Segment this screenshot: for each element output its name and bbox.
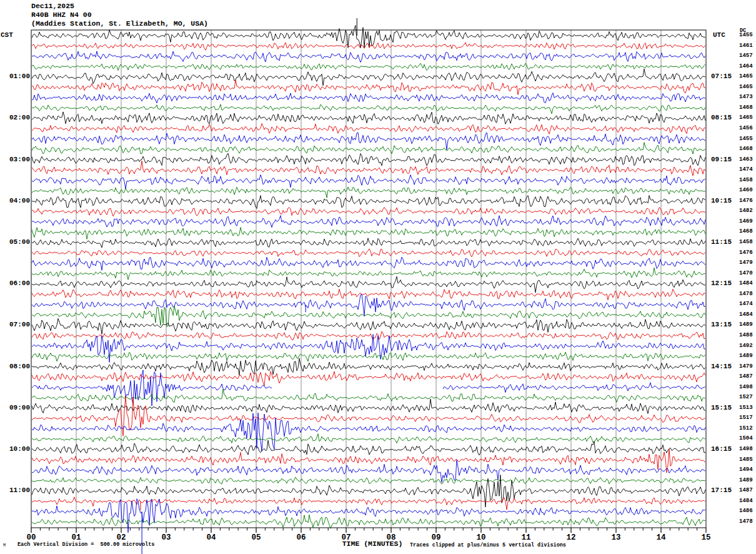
trace-row: [32, 268, 705, 280]
dc-offset-value: 1455: [739, 136, 756, 142]
dc-offset-value: 1465: [739, 114, 756, 121]
trace-row: [32, 104, 705, 114]
dc-offset-value: 1468: [739, 104, 756, 111]
cst-hour-label: 07:00: [1, 321, 30, 328]
dc-offset-value: 1458: [739, 239, 756, 245]
cst-hour-label: 08:00: [1, 363, 30, 370]
minute-tick-label: 02: [112, 533, 131, 542]
helicorder-screen: Dec11,2025 R40B HHZ N4 00 (Maddies Stati…: [0, 0, 756, 554]
dc-offset-value: 1484: [739, 498, 756, 504]
dc-offset-value: 1487: [739, 373, 756, 380]
dc-offset-value: 1504: [739, 435, 756, 441]
dc-offset-value: 1478: [739, 291, 756, 297]
minute-tick-label: 11: [517, 533, 535, 542]
dc-offset-value: 1470: [739, 270, 756, 276]
trace-row: [32, 276, 705, 293]
minute-tick-label: 15: [697, 533, 715, 542]
trace-row: [32, 80, 705, 95]
scale-note: Each Vertical Division = 500.00 microvol…: [17, 541, 154, 548]
trace-row: [32, 289, 705, 300]
utc-quarter-label: 16:15: [711, 445, 740, 453]
trace-row: [32, 331, 705, 340]
dc-offset-value: 1468: [739, 228, 756, 234]
trace-row: [32, 208, 705, 216]
trace-row: [32, 112, 705, 124]
minute-tick-label: 03: [157, 533, 176, 542]
dc-offset-value: 1513: [739, 405, 756, 411]
dc-offset-value: 1463: [739, 156, 756, 163]
dc-offset-value: 1492: [739, 343, 756, 349]
dc-offset-value: 1476: [739, 198, 756, 204]
trace-row: [32, 515, 705, 528]
dc-offset-value: 1478: [739, 518, 756, 525]
dc-offset-value: 1479: [739, 259, 756, 266]
dc-offset-value: 1455: [739, 32, 756, 38]
trace-row: [32, 371, 705, 386]
utc-quarter-label: 09:15: [711, 156, 740, 163]
dc-offset-value: 1498: [739, 446, 756, 452]
dc-offset-value: 1482: [739, 208, 756, 214]
dc-offset-value: 1474: [739, 166, 756, 173]
dc-offset-value: 1484: [739, 280, 756, 286]
dc-offset-value: 1498: [739, 384, 756, 390]
trace-row: [32, 124, 705, 134]
minute-tick-label: 14: [652, 533, 670, 542]
dc-offset-value: 1469: [739, 218, 756, 224]
trace-row: [32, 216, 705, 228]
trace-row: [32, 175, 705, 189]
utc-quarter-label: 10:15: [711, 197, 740, 204]
cst-hour-label: 11:00: [1, 486, 30, 494]
dc-offset-value: 1465: [739, 84, 756, 90]
dc-offset-value: 1468: [739, 146, 756, 152]
utc-quarter-label: 11:15: [711, 238, 740, 246]
cst-hour-label: 04:00: [1, 197, 30, 204]
trace-row: [32, 238, 705, 248]
utc-quarter-label: 07:15: [711, 73, 740, 80]
clip-note: Traces clipped at plus/minus 5 vertical …: [410, 542, 566, 548]
dc-offset-value: 1487: [739, 487, 756, 493]
trace-row: [32, 228, 705, 239]
dc-offset-value: 1476: [739, 249, 756, 256]
minute-tick-label: 10: [472, 533, 490, 542]
utc-quarter-label: 13:15: [711, 321, 740, 328]
dc-offset-value: 1494: [739, 466, 756, 473]
utc-quarter-label: 17:15: [711, 486, 740, 494]
trace-row: [32, 294, 705, 316]
minute-tick-label: 13: [607, 533, 625, 542]
dc-offset-value: 1512: [739, 425, 756, 431]
cst-hour-label: 02:00: [1, 114, 30, 121]
minute-tick-label: 00: [22, 533, 41, 542]
dc-offset-value: 1527: [739, 394, 756, 400]
dc-offset-value: 1457: [739, 53, 756, 59]
trace-row: [32, 93, 705, 103]
trace-row: [32, 69, 705, 86]
dc-offset-value: 1489: [739, 353, 756, 359]
utc-quarter-label: 08:15: [711, 114, 740, 121]
trace-row: [32, 358, 705, 375]
dc-offset-value: 1464: [739, 63, 756, 69]
dc-offset-value: 1488: [739, 332, 756, 338]
utc-quarter-label: 15:15: [711, 404, 740, 411]
dc-offset-value: 1485: [739, 456, 756, 463]
trace-row: [32, 306, 705, 327]
cst-hour-label: 10:00: [1, 445, 30, 453]
trace-row: [32, 63, 705, 70]
dc-offset-value: 1460: [739, 187, 756, 193]
trace-row: [32, 257, 705, 270]
dc-offset-value: 1474: [739, 301, 756, 307]
cst-hour-label: 05:00: [1, 238, 30, 246]
trace-row: [32, 460, 705, 483]
trace-row: [32, 335, 705, 363]
trace-row: [32, 153, 705, 166]
trace-row: [32, 249, 705, 257]
helicorder-plot: [0, 0, 756, 554]
dc-offset-value: 1517: [739, 415, 756, 421]
dc-offset-value: 1458: [739, 177, 756, 183]
dc-offset-value: 1461: [739, 43, 756, 49]
trace-row: [32, 43, 705, 50]
dc-offset-value: 1456: [739, 125, 756, 131]
dc-offset-value: 1465: [739, 73, 756, 79]
cst-hour-label: 03:00: [1, 156, 30, 163]
trace-row: [32, 434, 705, 443]
minute-tick-label: 01: [67, 533, 86, 542]
